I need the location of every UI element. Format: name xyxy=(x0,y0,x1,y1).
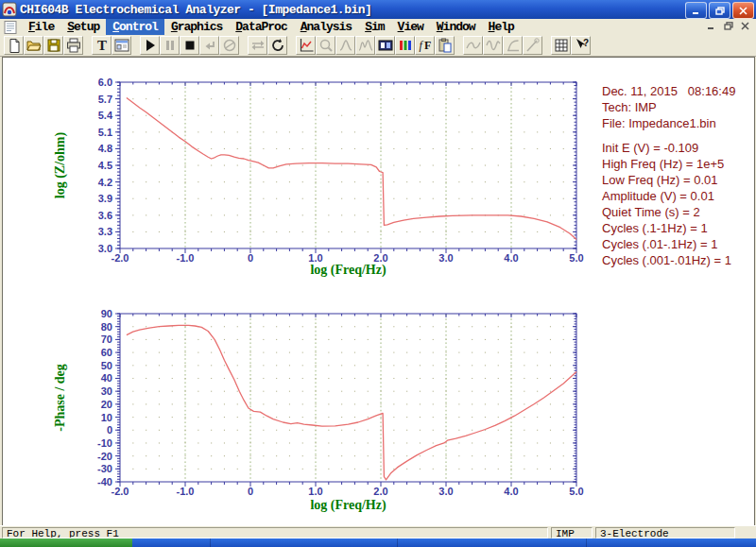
info-line: Init E (V) = -0.109 xyxy=(602,140,755,156)
print-icon xyxy=(66,38,81,53)
y-tick-label: 50 xyxy=(101,360,112,371)
close-icon xyxy=(739,7,747,15)
baseline-correction-button[interactable] xyxy=(523,36,542,55)
child-close-button[interactable] xyxy=(738,20,752,32)
peak-analysis-button[interactable] xyxy=(335,36,355,55)
integration-icon xyxy=(506,38,521,53)
info-line: File: Impedance1.bin xyxy=(602,115,755,131)
x-axis-title: log (Freq/Hz) xyxy=(310,263,387,278)
menu-item-window[interactable]: Window xyxy=(430,19,482,35)
svg-text:T: T xyxy=(96,38,106,53)
y-tick-label: 60 xyxy=(101,347,112,358)
y-tick-label: -20 xyxy=(97,451,112,462)
info-line: Cycles (.001-.01Hz) = 1 xyxy=(602,252,755,268)
menu-item-file[interactable]: File xyxy=(22,19,60,35)
info-spacer xyxy=(602,131,755,140)
context-help-button[interactable]: ? xyxy=(571,36,591,55)
wave-analysis-icon xyxy=(358,38,373,53)
info-line: Tech: IMP xyxy=(602,99,755,115)
stop-icon xyxy=(182,38,198,53)
derivative-button[interactable] xyxy=(483,36,503,55)
menu-item-dataproc[interactable]: DataProc xyxy=(229,19,293,35)
open-folder-button[interactable] xyxy=(24,36,43,55)
menu-item-graphics[interactable]: Graphics xyxy=(164,19,229,35)
y-tick-label: 20 xyxy=(101,399,112,410)
pause-scan-button[interactable] xyxy=(219,36,239,55)
smoothing-button[interactable] xyxy=(463,36,483,55)
reverse-scan-icon xyxy=(202,38,217,53)
restore-button[interactable] xyxy=(709,2,730,19)
integration-button[interactable] xyxy=(503,36,523,55)
menu-items: FileSetupControlGraphicsDataProcAnalysis… xyxy=(22,19,521,35)
svg-text:F: F xyxy=(424,39,431,52)
data-listing-button[interactable] xyxy=(551,36,571,55)
info-line: Dec. 11, 2015 08:16:49 xyxy=(602,83,755,99)
x-tick-label: 1.0 xyxy=(308,486,322,497)
y-tick-label: 3.9 xyxy=(98,193,112,204)
macro-dialog-icon xyxy=(114,38,129,53)
start-button[interactable] xyxy=(0,538,132,547)
font-style-button[interactable]: fF xyxy=(415,36,435,55)
app-icon xyxy=(2,2,17,17)
run-button[interactable] xyxy=(140,36,160,55)
color-scheme-button[interactable] xyxy=(395,36,415,55)
continuous-scan-button[interactable] xyxy=(248,36,267,55)
y-tick-label: -40 xyxy=(97,476,112,487)
data-listing-icon xyxy=(554,38,569,53)
windows-taskbar[interactable] xyxy=(0,538,756,547)
y-tick-label: 30 xyxy=(101,385,112,397)
info-line: Amplitude (V) = 0.01 xyxy=(602,188,755,204)
menu-item-view[interactable]: View xyxy=(391,19,430,35)
wave-analysis-button[interactable] xyxy=(355,36,375,55)
plot-magnitude: -2.0-1.001.02.03.04.05.06.05.75.45.14.84… xyxy=(53,77,584,278)
zoom-tool-button[interactable] xyxy=(316,36,335,55)
plot-phase: -2.0-1.001.02.03.04.05.09080706050403020… xyxy=(53,308,584,513)
save-floppy-button[interactable] xyxy=(43,36,63,55)
restore-icon xyxy=(715,7,725,15)
child-minimize-button[interactable] xyxy=(704,20,718,32)
x-tick-label: 4.0 xyxy=(504,252,518,264)
y-tick-label: 6.0 xyxy=(98,77,112,88)
stop-button[interactable] xyxy=(180,36,199,55)
print-button[interactable] xyxy=(63,36,83,55)
new-document-button[interactable] xyxy=(4,36,24,55)
zoom-tool-icon xyxy=(318,38,334,53)
y-tick-label: 70 xyxy=(101,333,112,345)
film-strip-icon xyxy=(378,38,393,53)
menu-item-control[interactable]: Control xyxy=(106,19,164,35)
info-line: Cycles (.1-1Hz) = 1 xyxy=(602,220,755,236)
y-tick-label: -30 xyxy=(97,463,112,474)
menu-item-setup[interactable]: Setup xyxy=(60,19,106,35)
experiment-info-panel: Dec. 11, 2015 08:16:49Tech: IMPFile: Imp… xyxy=(602,83,755,268)
info-line: Low Freq (Hz) = 0.01 xyxy=(602,172,755,188)
film-strip-button[interactable] xyxy=(375,36,395,55)
x-tick-label: -2.0 xyxy=(112,486,129,497)
y-tick-label: 4.5 xyxy=(98,160,112,171)
document-icon xyxy=(3,21,18,34)
present-data-plot-button[interactable] xyxy=(296,36,316,55)
minimize-icon xyxy=(692,7,700,15)
font-style-icon: fF xyxy=(418,38,433,53)
pause-button[interactable] xyxy=(160,36,180,55)
text-label-button[interactable]: T xyxy=(92,36,112,55)
update-plot-button[interactable] xyxy=(267,36,287,55)
copy-to-clipboard-button[interactable] xyxy=(435,36,455,55)
info-line: Cycles (.01-.1Hz) = 1 xyxy=(602,236,755,252)
text-label-icon: T xyxy=(94,38,110,53)
minimize-button[interactable] xyxy=(685,2,707,19)
x-tick-label: -1.0 xyxy=(177,486,195,497)
close-button[interactable] xyxy=(732,2,754,19)
y-tick-label: 3.3 xyxy=(98,226,112,237)
menu-item-help[interactable]: Help xyxy=(482,19,521,35)
macro-dialog-button[interactable] xyxy=(112,36,131,55)
reverse-scan-button[interactable] xyxy=(199,36,219,55)
menu-item-sim[interactable]: Sim xyxy=(358,19,390,35)
copy-to-clipboard-icon xyxy=(438,38,453,53)
child-restore-button[interactable] xyxy=(721,20,735,32)
x-tick-label: 4.0 xyxy=(504,486,518,497)
color-scheme-icon xyxy=(398,38,413,53)
menu-item-analysis[interactable]: Analysis xyxy=(294,19,358,35)
window-title: CHI604B Electrochemical Analyzer - [Impe… xyxy=(20,3,371,17)
x-tick-label: -2.0 xyxy=(112,252,129,264)
x-tick-label: 3.0 xyxy=(438,252,453,264)
